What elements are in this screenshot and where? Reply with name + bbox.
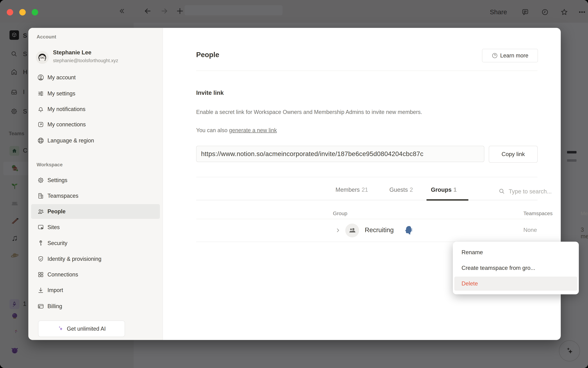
- menu-item-rename[interactable]: Rename: [454, 245, 577, 259]
- account-section-label: Account: [37, 34, 56, 40]
- invite-link-heading: Invite link: [196, 89, 224, 96]
- sidebar-item-my-account[interactable]: My account: [31, 70, 160, 85]
- import-arrow-icon: [37, 287, 44, 294]
- menu-item-delete[interactable]: Delete: [454, 276, 577, 291]
- header-divider: [196, 219, 537, 219]
- column-header-teamspaces: Teamspaces: [523, 211, 553, 216]
- user-name: Stephanie Lee: [53, 49, 92, 56]
- group-teamspaces-value: None: [523, 227, 537, 233]
- browser-icon: [37, 224, 44, 231]
- sidebar-item-language-region[interactable]: Language & region: [31, 133, 160, 148]
- person-circle-icon: [37, 74, 44, 81]
- copy-link-button[interactable]: Copy link: [489, 146, 538, 163]
- search-input[interactable]: [508, 186, 588, 197]
- tab-guests[interactable]: Guests2: [389, 186, 413, 193]
- app-window: Share S S H I S Teams: [0, 0, 588, 368]
- zoom-window-button[interactable]: [32, 9, 38, 16]
- invite-link-description: Enable a secret link for Workspace Owner…: [196, 108, 449, 116]
- group-avatar: [345, 224, 359, 237]
- credit-card-icon: [37, 303, 44, 310]
- gear-icon: [37, 177, 44, 184]
- sidebar-item-identity-provisioning[interactable]: Identity & provisioning: [31, 252, 160, 266]
- group-context-menu: Rename Create teamspace from gro... Dele…: [453, 242, 579, 294]
- divider: [196, 71, 537, 71]
- sidebar-item-settings[interactable]: Settings: [31, 173, 160, 188]
- minimize-window-button[interactable]: [19, 9, 26, 16]
- globe-icon: [37, 137, 44, 144]
- sidebar-item-teamspaces[interactable]: Teamspaces: [31, 189, 160, 203]
- key-icon: [37, 240, 44, 247]
- sidebar-item-import[interactable]: Import: [31, 283, 160, 298]
- expand-chevron-icon[interactable]: [334, 227, 341, 234]
- learn-more-button[interactable]: Learn more: [482, 49, 538, 62]
- sidebar-item-my-notifications[interactable]: My notifications: [31, 102, 160, 117]
- tabs-divider: [196, 200, 537, 200]
- invite-url-field[interactable]: [196, 146, 484, 162]
- generate-new-link[interactable]: generate a new link: [229, 127, 277, 133]
- get-unlimited-ai-button[interactable]: Get unlimited AI: [38, 321, 125, 337]
- sparkles-icon: [57, 325, 64, 332]
- arrow-out-box-icon: [37, 121, 44, 128]
- grid-icon: [37, 271, 44, 278]
- column-header-group: Group: [333, 211, 348, 216]
- tab-members[interactable]: Members21: [336, 186, 368, 193]
- sidebar-item-my-connections[interactable]: My connections: [31, 117, 160, 132]
- group-name[interactable]: Recruiting: [365, 226, 394, 234]
- building-icon: [37, 192, 44, 199]
- sidebar-item-sites[interactable]: Sites: [31, 220, 160, 235]
- help-question-icon: [492, 52, 498, 59]
- people-icon: [37, 208, 44, 215]
- bell-icon: [37, 106, 44, 113]
- sidebar-item-security[interactable]: Security: [31, 236, 160, 250]
- sidebar-item-my-settings[interactable]: My settings: [31, 86, 160, 101]
- workspace-section-label: Workspace: [37, 162, 63, 167]
- menu-item-create-teamspace[interactable]: Create teamspace from gro...: [454, 261, 577, 275]
- get-unlimited-ai-label: Get unlimited AI: [67, 326, 106, 332]
- sliders-icon: [37, 90, 44, 97]
- avatar: [36, 51, 49, 64]
- active-tab-underline: [426, 199, 469, 201]
- sidebar-item-people[interactable]: People: [31, 204, 160, 219]
- page-title: People: [196, 51, 219, 59]
- settings-sidebar: Account Stephanie Lee stephanie@toolsfor…: [28, 28, 163, 340]
- group-members-value[interactable]: 3 members: [581, 227, 588, 240]
- divider: [196, 177, 537, 177]
- column-header-members: Members: [581, 211, 588, 216]
- sidebar-item-connections[interactable]: Connections: [31, 267, 160, 282]
- generate-link-line: You can also generate a new link: [196, 127, 277, 134]
- shield-check-icon: [37, 256, 44, 262]
- search-icon: [498, 188, 505, 195]
- sidebar-item-billing[interactable]: Billing: [31, 299, 160, 314]
- speaking-head-emoji: [403, 225, 413, 235]
- user-email: stephanie@toolsforthought.xyz: [53, 58, 118, 63]
- tab-groups[interactable]: Groups1: [431, 186, 457, 193]
- close-window-button[interactable]: [7, 9, 13, 16]
